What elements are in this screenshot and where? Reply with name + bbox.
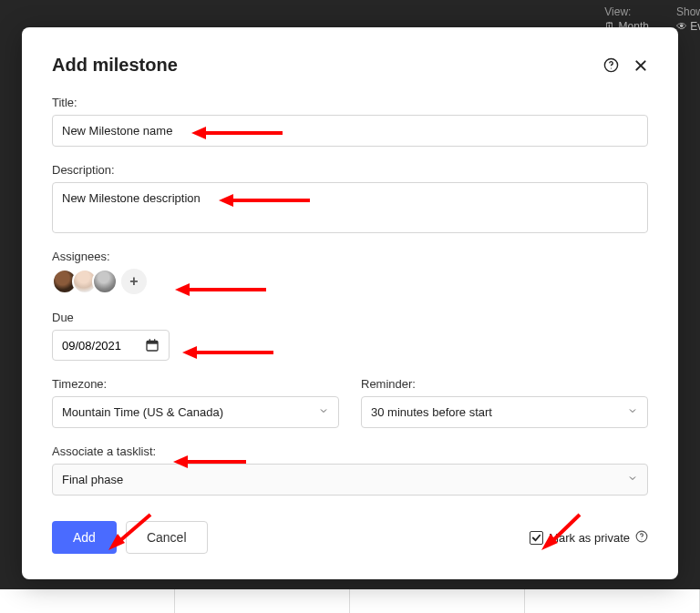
add-button[interactable]: Add <box>52 521 117 554</box>
tasklist-label: Associate a tasklist: <box>52 444 648 458</box>
tasklist-value: Final phase <box>62 473 123 486</box>
timezone-select[interactable]: Mountain Time (US & Canada) <box>52 396 339 428</box>
timezone-label: Timezone: <box>52 377 339 391</box>
reminder-select[interactable]: 30 minutes before start <box>361 396 648 428</box>
timezone-field: Timezone: Mountain Time (US & Canada) <box>52 377 339 428</box>
timezone-value: Mountain Time (US & Canada) <box>62 405 223 419</box>
avatar[interactable] <box>92 269 118 294</box>
calendar-icon <box>145 338 160 352</box>
title-field: Title: <box>52 96 648 147</box>
reminder-label: Reminder: <box>361 377 648 391</box>
background-calendar-row <box>0 589 700 613</box>
reminder-field: Reminder: 30 minutes before start <box>361 377 648 428</box>
title-input[interactable] <box>52 115 648 147</box>
tasklist-select[interactable]: Final phase <box>52 464 648 496</box>
private-label: Mark as private <box>549 531 630 545</box>
private-checkbox[interactable] <box>530 531 543 545</box>
svg-point-1 <box>611 67 612 68</box>
assignees-field: Assignees: + <box>52 250 648 294</box>
description-field: Description: New Milestone description <box>52 163 648 233</box>
svg-point-7 <box>642 538 643 539</box>
reminder-value: 30 minutes before start <box>371 405 492 419</box>
cancel-button[interactable]: Cancel <box>126 521 208 554</box>
mark-private[interactable]: Mark as private <box>530 530 648 546</box>
svg-rect-3 <box>147 341 158 343</box>
help-icon[interactable] <box>635 530 648 546</box>
due-date-value: 09/08/2021 <box>62 339 121 352</box>
show-value: Eve <box>690 20 700 33</box>
description-label: Description: <box>52 163 648 177</box>
tasklist-field: Associate a tasklist: Final phase <box>52 444 648 496</box>
modal-header: Add milestone <box>52 55 648 76</box>
assignees-label: Assignees: <box>52 250 648 263</box>
due-date-input[interactable]: 09/08/2021 <box>52 330 170 361</box>
modal-title: Add milestone <box>52 55 178 76</box>
chevron-down-icon <box>627 473 638 486</box>
chevron-down-icon <box>318 405 329 419</box>
modal-footer: Add Cancel Mark as private <box>52 521 648 554</box>
description-input[interactable]: New Milestone description <box>52 182 648 233</box>
close-icon[interactable] <box>633 58 648 73</box>
chevron-down-icon <box>627 405 638 419</box>
due-field: Due 09/08/2021 <box>52 311 648 361</box>
show-label: Show: <box>676 5 700 18</box>
add-assignee-button[interactable]: + <box>121 269 147 294</box>
view-label: View: <box>604 5 649 18</box>
add-milestone-modal: Add milestone Title: Description: New Mi… <box>22 27 678 579</box>
due-label: Due <box>52 311 648 324</box>
help-icon[interactable] <box>603 57 619 73</box>
title-label: Title: <box>52 96 648 109</box>
